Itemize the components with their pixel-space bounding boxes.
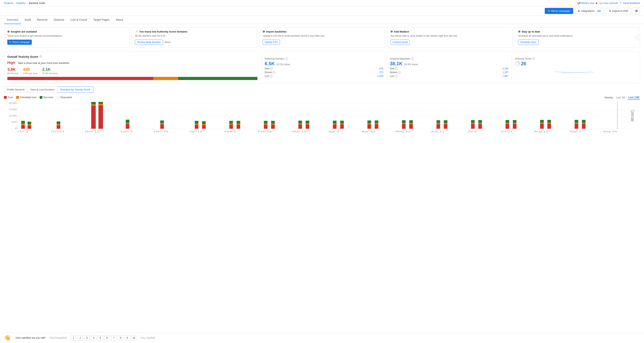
analyzed-backlinks-new-val[interactable]: 3,244 — [502, 67, 508, 70]
send-feedback-link[interactable]: 🏳 Send feedback — [620, 1, 640, 4]
tab-overview[interactable]: Overview — [4, 16, 21, 24]
review-weak-domains-button[interactable]: Review weak domains — [135, 40, 163, 45]
svg-rect-77 — [444, 124, 447, 129]
integrations-icon: ⊞ — [578, 9, 580, 12]
broken-rd-info[interactable]: i — [273, 71, 276, 74]
svg-rect-72 — [409, 123, 413, 124]
analyzed-backlinks-info-icon[interactable]: i — [411, 57, 414, 60]
tab-lost-found[interactable]: Lost & Found — [68, 16, 90, 24]
legend-disavowed[interactable]: Disavowed — [56, 96, 72, 99]
tab-disavow[interactable]: Disavow — [51, 16, 67, 24]
about-link-button[interactable]: About — [164, 41, 171, 43]
tox-label-potential: 9.9% pot. toxic — [23, 72, 38, 74]
svg-rect-43 — [236, 121, 240, 124]
referring-domains-lost-val[interactable]: 1,426 — [378, 75, 383, 77]
breadcrumb-current: Backlink Audit — [29, 1, 45, 4]
tox-value-toxic: 3.8K — [7, 67, 18, 72]
connect-email-button[interactable]: Connect email — [390, 40, 410, 45]
bar-segment-green: ↻ — [178, 77, 258, 80]
new-ab-info[interactable]: i — [395, 67, 398, 70]
notification-dot — [596, 2, 597, 4]
toxicity-section-title: Overall Toxicity Score i — [7, 55, 258, 58]
svg-rect-42 — [236, 124, 240, 125]
svg-rect-41 — [236, 125, 240, 129]
rerun-campaign-alert-button[interactable]: ↻ Rerun campaign — [7, 40, 32, 45]
svg-text:10K: 10K — [9, 114, 18, 117]
chart-tabs: Profile Dynamic New & Lost Domains Domai… — [4, 86, 640, 93]
svg-rect-54 — [306, 123, 309, 125]
legend-disavowed-color — [56, 96, 59, 99]
svg-rect-86 — [506, 124, 509, 129]
svg-rect-89 — [513, 124, 516, 129]
rerun-campaign-button[interactable]: ↻ Rerun campaign — [545, 8, 573, 14]
alert-desc-authority: 68.4% domains with AS 0-20 — [135, 34, 254, 38]
breadcrumb: Projects › Kwebby › Backlink Audit — [4, 1, 45, 4]
svg-rect-103 — [582, 120, 586, 123]
analyzed-backlinks-value: 38.1K — [390, 61, 402, 66]
legend-non-toxic[interactable]: Non-toxic — [40, 96, 54, 99]
carousel-right-arrow[interactable]: › — [635, 35, 640, 40]
svg-text:Jan 15: Jan 15 — [189, 130, 202, 133]
tab-about[interactable]: About — [113, 16, 126, 24]
referring-domains-sub: 82.2% follow — [276, 63, 290, 66]
legend-toxic[interactable]: Toxic — [4, 96, 13, 99]
svg-text:Jul 23: Jul 23 — [500, 130, 512, 133]
authority-score-label: Authority Score i — [515, 57, 634, 60]
chart-tab-domains-toxicity[interactable]: Domains by Toxicity Score — [58, 86, 93, 93]
svg-rect-24 — [98, 104, 103, 105]
time-btn-last-12m[interactable]: Last 12M — [628, 95, 640, 99]
metric-card-authority-score: Authority Score i 26 — [512, 55, 637, 80]
user-manual-link[interactable]: 📖 User manual — [599, 1, 618, 4]
analyzed-backlinks-lost-val[interactable]: 7,887 — [502, 75, 508, 77]
tab-remove[interactable]: Remove — [34, 16, 50, 24]
breadcrumb-kwebby[interactable]: Kwebby — [16, 1, 26, 4]
analyzed-backlinks-lost-row: Lost i 7,887 — [390, 75, 508, 78]
broken-ab-info[interactable]: i — [398, 71, 401, 74]
svg-rect-11 — [21, 125, 25, 129]
authority-score-value: 26 — [521, 61, 526, 66]
svg-text:Dec 4: Dec 4 — [121, 130, 132, 133]
alert-title-insights: ⚙ Insights are outdated — [7, 30, 126, 33]
svg-rect-48 — [271, 124, 275, 125]
lost-ab-info[interactable]: i — [395, 75, 398, 78]
tox-value-potential: 645 — [23, 67, 38, 72]
svg-rect-51 — [298, 123, 302, 125]
time-filter-label: Weekly: — [604, 96, 614, 99]
lost-rd-info[interactable]: i — [270, 75, 273, 78]
referring-domains-new-val[interactable]: 678 — [380, 67, 383, 70]
svg-rect-33 — [195, 124, 198, 125]
svg-text:Jul 2: Jul 2 — [467, 130, 477, 133]
megaphone-icon: 📢 — [577, 1, 580, 4]
chart-tab-profile-dynamic[interactable]: Profile Dynamic — [4, 86, 28, 93]
svg-rect-36 — [202, 124, 206, 125]
chart-section: Profile Dynamic New & Lost Domains Domai… — [4, 86, 640, 133]
svg-rect-27 — [126, 123, 129, 124]
svg-rect-90 — [513, 123, 516, 124]
svg-rect-101 — [582, 124, 586, 129]
export-pdf-button[interactable]: ⬇ Export to PDF — [606, 8, 631, 14]
referring-domains-broken-val[interactable]: 273 — [380, 71, 383, 74]
toxicity-section: Overall Toxicity Score i High Take a clo… — [4, 52, 640, 83]
svg-rect-64 — [368, 120, 371, 123]
referring-domains-info-icon[interactable]: i — [285, 57, 288, 60]
schedule-rerun-button[interactable]: Schedule rerun — [518, 40, 538, 45]
legend-potentially-toxic[interactable]: Potentially toxic — [16, 96, 36, 99]
svg-rect-16 — [28, 122, 31, 124]
svg-rect-99 — [574, 123, 578, 124]
chart-tab-new-lost-domains[interactable]: New & Lost Domains — [28, 86, 58, 93]
svg-text:Sep 3: Sep 3 — [570, 130, 582, 133]
tab-target-pages[interactable]: Target Pages — [90, 16, 112, 24]
svg-rect-17 — [57, 125, 60, 129]
whats-new-link[interactable]: 📢 What's new — [577, 1, 597, 4]
toxicity-info-icon[interactable]: i — [39, 55, 42, 58]
integrations-button[interactable]: ⊞ Integrations 2/3 — [575, 8, 604, 14]
tab-audit[interactable]: Audit — [22, 16, 34, 24]
breadcrumb-projects[interactable]: Projects — [4, 1, 13, 4]
settings-button[interactable]: ⚙ — [633, 7, 640, 14]
upload-csv-button[interactable]: Upload CSV — [262, 40, 280, 45]
referring-domains-broken-row: Broken i 273 — [265, 71, 383, 74]
new-rd-info[interactable]: i — [270, 67, 273, 70]
time-btn-last-3m[interactable]: Last 3M — [615, 96, 626, 99]
authority-score-info-icon[interactable]: i — [532, 57, 535, 60]
analyzed-backlinks-broken-val[interactable]: 1,397 — [502, 71, 508, 74]
